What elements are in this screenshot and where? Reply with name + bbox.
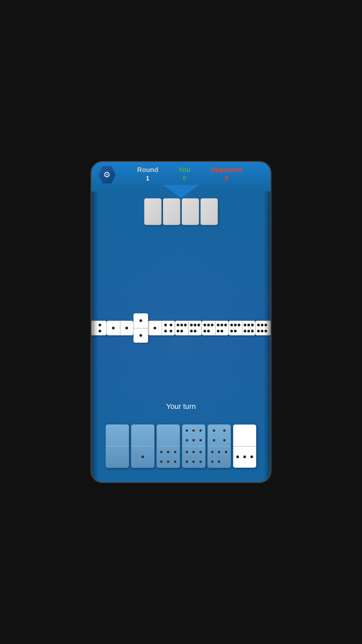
round-label: Round: [137, 166, 158, 174]
pip-grid: [107, 321, 120, 335]
domino-half-right: [189, 321, 202, 335]
you-label: You: [178, 166, 190, 174]
player-tile-top: [208, 425, 231, 446]
player-tile-bottom: [182, 446, 205, 468]
player-tile-6[interactable]: [233, 424, 256, 468]
board-domino-2: [107, 321, 133, 335]
round-value: 1: [146, 175, 149, 182]
opponent-tile-3: [182, 198, 199, 225]
pip-grid: [120, 321, 133, 335]
board-domino-3: [133, 313, 148, 343]
player-tile-2[interactable]: [131, 424, 155, 468]
player-tile-top: [106, 425, 129, 446]
player-tile-4[interactable]: [182, 424, 205, 468]
player-tile-3[interactable]: [157, 424, 180, 468]
pip-grid: [242, 321, 255, 335]
pip-grid: [216, 321, 229, 335]
domino-half-left: [202, 321, 216, 335]
opponent-column: Opponent 0: [211, 166, 242, 182]
player-tile-bottom: [208, 446, 231, 468]
player-tile-bottom: [131, 446, 154, 468]
pip-grid: [148, 321, 162, 335]
your-turn-text: Your turn: [92, 402, 270, 411]
board-domino-4: [148, 321, 175, 335]
player-tile-bottom: [106, 446, 129, 468]
phone-frame: ⚙ Round 1 You 0 Opponent 0: [90, 161, 272, 483]
round-column: Round 1: [137, 166, 158, 182]
player-tile-1[interactable]: [106, 424, 129, 468]
player-tile-bottom: [233, 446, 256, 468]
player-tile-top: [233, 425, 256, 446]
gear-icon: ⚙: [103, 170, 111, 179]
play-area: [92, 313, 270, 343]
game-board: Your turn: [92, 192, 270, 483]
domino-half-left: [229, 321, 242, 335]
player-tile-top: [182, 425, 205, 446]
domino-half-left: [175, 321, 189, 335]
settings-button[interactable]: ⚙: [98, 166, 116, 183]
player-hand: [92, 424, 270, 468]
score-columns: Round 1 You 0 Opponent 0: [116, 166, 264, 182]
opponent-tile-1: [144, 198, 162, 225]
you-column: You 0: [178, 166, 190, 182]
domino-half-left: [107, 321, 120, 335]
domino-half-left: [148, 321, 162, 335]
domino-half-right: [162, 321, 175, 335]
domino-half-top: [134, 314, 148, 328]
header: ⚙ Round 1 You 0 Opponent 0: [92, 162, 270, 192]
opponent-label: Opponent: [211, 166, 242, 174]
opponent-tile-2: [163, 198, 180, 225]
pip-grid: [175, 321, 188, 335]
board-domino-5: [175, 321, 202, 335]
player-tile-bottom: [157, 446, 180, 468]
pip-grid: [189, 321, 202, 335]
opponent-score: 0: [225, 175, 228, 182]
board-domino-7: [229, 321, 255, 335]
board-domino-6: [202, 321, 229, 335]
domino-half-right: [120, 321, 133, 335]
domino-half-right: [242, 321, 255, 335]
player-tile-5[interactable]: [207, 424, 231, 468]
you-score: 0: [183, 175, 186, 182]
player-tile-top: [157, 425, 180, 446]
pip-grid: [202, 321, 215, 335]
domino-half-right: [216, 321, 229, 335]
pip-grid: [134, 314, 148, 328]
player-tile-top: [131, 425, 154, 446]
pip-grid: [229, 321, 242, 335]
domino-half-bottom: [134, 328, 148, 343]
pip-grid: [134, 328, 148, 343]
opponent-tile-4: [200, 198, 218, 225]
pip-grid: [162, 321, 175, 335]
